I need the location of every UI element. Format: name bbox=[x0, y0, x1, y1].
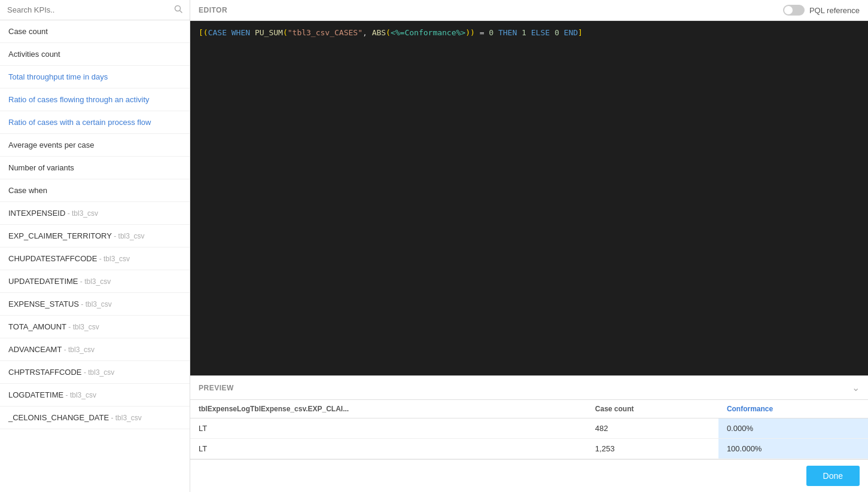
preview-table-header-row: tblExpenseLogTblExpense_csv.EXP_CLAI...C… bbox=[190, 400, 868, 418]
code-line-1: [(CASE WHEN PU_SUM("tbl3_csv_CASES", ABS… bbox=[199, 27, 860, 39]
pql-toggle[interactable] bbox=[783, 5, 805, 16]
sidebar: Case countActivities countTotal throughp… bbox=[0, 0, 190, 492]
editor-header: EDITOR PQL reference bbox=[190, 0, 868, 21]
sidebar-item-logdatetime[interactable]: LOGDATETIME - tbl3_csv bbox=[0, 384, 190, 407]
preview-cell-r0-col1: LT bbox=[190, 418, 587, 439]
sidebar-item-expense-status[interactable]: EXPENSE_STATUS - tbl3_csv bbox=[0, 293, 190, 316]
search-input[interactable] bbox=[7, 5, 174, 14]
sidebar-item-updatedatetime[interactable]: UPDATEDATETIME - tbl3_csv bbox=[0, 270, 190, 293]
preview-table-body: LT4820.000%LT1,253100.000% bbox=[190, 418, 868, 459]
preview-chevron-icon[interactable]: ⌄ bbox=[852, 382, 860, 393]
svg-line-1 bbox=[180, 11, 182, 13]
preview-cell-r1-col1: LT bbox=[190, 439, 587, 459]
preview-label: PREVIEW bbox=[199, 384, 234, 392]
sidebar-item-case-when[interactable]: Case when bbox=[0, 179, 190, 202]
sidebar-item-case-count[interactable]: Case count bbox=[0, 20, 190, 43]
preview-cell-r0-col2: 482 bbox=[587, 418, 718, 439]
preview-cell-r1-col2: 1,253 bbox=[587, 439, 718, 459]
preview-col-col2: Case count bbox=[587, 400, 718, 418]
sidebar-item-total-throughput[interactable]: Total throughput time in days bbox=[0, 66, 190, 88]
done-button[interactable]: Done bbox=[806, 466, 860, 486]
sidebar-item-ratio-activity[interactable]: Ratio of cases flowing through an activi… bbox=[0, 88, 190, 111]
kpi-list: Case countActivities countTotal throughp… bbox=[0, 20, 190, 492]
sidebar-item-celonis-change-date[interactable]: _CELONIS_CHANGE_DATE - tbl3_csv bbox=[0, 407, 190, 429]
preview-col-col1: tblExpenseLogTblExpense_csv.EXP_CLAI... bbox=[190, 400, 587, 418]
editor-label: EDITOR bbox=[199, 6, 227, 14]
sidebar-item-intexpenseid[interactable]: INTEXPENSEID - tbl3_csv bbox=[0, 202, 190, 225]
sidebar-item-chupdatestaffcode[interactable]: CHUPDATESTAFFCODE - tbl3_csv bbox=[0, 247, 190, 270]
preview-cell-r0-col3: 0.000% bbox=[718, 418, 868, 439]
preview-col-col3: Conformance bbox=[718, 400, 868, 418]
sidebar-item-ratio-flow[interactable]: Ratio of cases with a certain process fl… bbox=[0, 111, 190, 134]
footer: Done bbox=[190, 459, 868, 492]
sidebar-item-advanceamt[interactable]: ADVANCEAMT - tbl3_csv bbox=[0, 338, 190, 361]
preview-section: PREVIEW ⌄ tblExpenseLogTblExpense_csv.EX… bbox=[190, 375, 868, 459]
sidebar-item-chptrstaffcode[interactable]: CHPTRSTAFFCODE - tbl3_csv bbox=[0, 361, 190, 384]
sidebar-item-activities-count[interactable]: Activities count bbox=[0, 43, 190, 66]
preview-table-row: LT1,253100.000% bbox=[190, 439, 868, 459]
sidebar-item-tota-amount[interactable]: TOTA_AMOUNT - tbl3_csv bbox=[0, 316, 190, 338]
preview-table-row: LT4820.000% bbox=[190, 418, 868, 439]
sidebar-item-exp-claimer[interactable]: EXP_CLAIMER_TERRITORY - tbl3_csv bbox=[0, 225, 190, 247]
pql-ref-label: PQL reference bbox=[809, 6, 860, 15]
sidebar-item-num-variants[interactable]: Number of variants bbox=[0, 157, 190, 179]
pql-ref-wrap: PQL reference bbox=[783, 5, 860, 16]
preview-table: tblExpenseLogTblExpense_csv.EXP_CLAI...C… bbox=[190, 400, 868, 459]
code-editor[interactable]: [(CASE WHEN PU_SUM("tbl3_csv_CASES", ABS… bbox=[190, 21, 868, 375]
search-bar bbox=[0, 0, 190, 20]
preview-header: PREVIEW ⌄ bbox=[190, 376, 868, 400]
search-icon[interactable] bbox=[174, 5, 182, 15]
toggle-knob bbox=[784, 6, 793, 14]
sidebar-item-avg-events[interactable]: Average events per case bbox=[0, 134, 190, 157]
preview-cell-r1-col3: 100.000% bbox=[718, 439, 868, 459]
main-panel: EDITOR PQL reference [(CASE WHEN PU_SUM(… bbox=[190, 0, 868, 492]
preview-table-head: tblExpenseLogTblExpense_csv.EXP_CLAI...C… bbox=[190, 400, 868, 418]
